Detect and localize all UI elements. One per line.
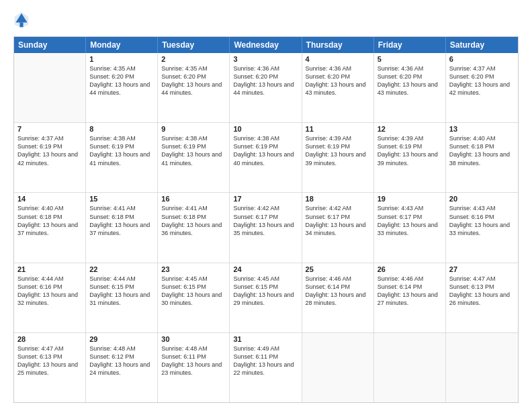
day-number: 7 xyxy=(17,125,82,133)
calendar: SundayMondayTuesdayWednesdayThursdayFrid… xyxy=(13,36,519,403)
table-row: 7Sunrise: 4:37 AMSunset: 6:19 PMDaylight… xyxy=(14,123,86,192)
table-row: 13Sunrise: 4:40 AMSunset: 6:18 PMDayligh… xyxy=(446,123,518,192)
table-row: 8Sunrise: 4:38 AMSunset: 6:19 PMDaylight… xyxy=(86,123,158,192)
table-row: 1Sunrise: 4:35 AMSunset: 6:20 PMDaylight… xyxy=(86,53,158,122)
table-row: 10Sunrise: 4:38 AMSunset: 6:19 PMDayligh… xyxy=(230,123,302,192)
header xyxy=(13,11,519,30)
day-number: 29 xyxy=(89,335,154,343)
table-row xyxy=(446,333,518,402)
cell-info: Sunrise: 4:48 AMSunset: 6:12 PMDaylight:… xyxy=(89,345,154,377)
table-row: 20Sunrise: 4:43 AMSunset: 6:16 PMDayligh… xyxy=(446,193,518,262)
day-number: 16 xyxy=(161,195,226,203)
day-number: 21 xyxy=(17,265,82,273)
table-row: 21Sunrise: 4:44 AMSunset: 6:16 PMDayligh… xyxy=(14,263,86,332)
day-number: 30 xyxy=(161,335,226,343)
table-row: 9Sunrise: 4:38 AMSunset: 6:19 PMDaylight… xyxy=(158,123,230,192)
table-row: 2Sunrise: 4:35 AMSunset: 6:20 PMDaylight… xyxy=(158,53,230,122)
cell-info: Sunrise: 4:43 AMSunset: 6:16 PMDaylight:… xyxy=(449,204,515,237)
cell-info: Sunrise: 4:42 AMSunset: 6:17 PMDaylight:… xyxy=(233,204,298,237)
cell-info: Sunrise: 4:48 AMSunset: 6:11 PMDaylight:… xyxy=(161,345,226,377)
day-number: 26 xyxy=(378,265,442,273)
day-number: 19 xyxy=(378,195,442,203)
table-row: 23Sunrise: 4:45 AMSunset: 6:15 PMDayligh… xyxy=(158,263,230,332)
day-number: 3 xyxy=(233,55,298,63)
day-number: 4 xyxy=(306,55,370,63)
day-number: 12 xyxy=(378,125,442,133)
table-row: 30Sunrise: 4:48 AMSunset: 6:11 PMDayligh… xyxy=(158,333,230,402)
table-row: 28Sunrise: 4:47 AMSunset: 6:13 PMDayligh… xyxy=(14,333,86,402)
cell-info: Sunrise: 4:46 AMSunset: 6:14 PMDaylight:… xyxy=(378,275,442,308)
calendar-week-3: 14Sunrise: 4:40 AMSunset: 6:18 PMDayligh… xyxy=(14,192,518,262)
table-row: 15Sunrise: 4:41 AMSunset: 6:18 PMDayligh… xyxy=(86,193,158,262)
cell-info: Sunrise: 4:37 AMSunset: 6:19 PMDaylight:… xyxy=(17,134,82,167)
table-row: 14Sunrise: 4:40 AMSunset: 6:18 PMDayligh… xyxy=(14,193,86,262)
header-day-monday: Monday xyxy=(86,37,158,53)
table-row xyxy=(14,53,86,122)
day-number: 13 xyxy=(449,125,515,133)
day-number: 15 xyxy=(89,195,154,203)
table-row: 3Sunrise: 4:36 AMSunset: 6:20 PMDaylight… xyxy=(230,53,302,122)
day-number: 24 xyxy=(233,265,298,273)
cell-info: Sunrise: 4:37 AMSunset: 6:20 PMDaylight:… xyxy=(449,64,515,97)
day-number: 25 xyxy=(306,265,370,273)
cell-info: Sunrise: 4:36 AMSunset: 6:20 PMDaylight:… xyxy=(233,64,298,97)
calendar-header: SundayMondayTuesdayWednesdayThursdayFrid… xyxy=(14,37,518,53)
cell-info: Sunrise: 4:45 AMSunset: 6:15 PMDaylight:… xyxy=(233,275,298,308)
table-row: 16Sunrise: 4:41 AMSunset: 6:18 PMDayligh… xyxy=(158,193,230,262)
cell-info: Sunrise: 4:49 AMSunset: 6:11 PMDaylight:… xyxy=(233,345,298,377)
table-row xyxy=(374,333,446,402)
table-row: 4Sunrise: 4:36 AMSunset: 6:20 PMDaylight… xyxy=(302,53,374,122)
cell-info: Sunrise: 4:46 AMSunset: 6:14 PMDaylight:… xyxy=(306,275,370,308)
day-number: 20 xyxy=(449,195,515,203)
cell-info: Sunrise: 4:43 AMSunset: 6:17 PMDaylight:… xyxy=(378,204,442,237)
table-row: 25Sunrise: 4:46 AMSunset: 6:14 PMDayligh… xyxy=(302,263,374,332)
calendar-week-2: 7Sunrise: 4:37 AMSunset: 6:19 PMDaylight… xyxy=(14,122,518,192)
day-number: 22 xyxy=(89,265,154,273)
table-row: 22Sunrise: 4:44 AMSunset: 6:15 PMDayligh… xyxy=(86,263,158,332)
day-number: 1 xyxy=(89,55,154,63)
calendar-body: 1Sunrise: 4:35 AMSunset: 6:20 PMDaylight… xyxy=(14,53,518,402)
header-day-saturday: Saturday xyxy=(446,37,518,53)
cell-info: Sunrise: 4:41 AMSunset: 6:18 PMDaylight:… xyxy=(161,204,226,237)
table-row: 19Sunrise: 4:43 AMSunset: 6:17 PMDayligh… xyxy=(374,193,446,262)
page: SundayMondayTuesdayWednesdayThursdayFrid… xyxy=(0,0,532,411)
day-number: 5 xyxy=(378,55,442,63)
calendar-week-4: 21Sunrise: 4:44 AMSunset: 6:16 PMDayligh… xyxy=(14,263,518,332)
table-row: 11Sunrise: 4:39 AMSunset: 6:19 PMDayligh… xyxy=(302,123,374,192)
cell-info: Sunrise: 4:40 AMSunset: 6:18 PMDaylight:… xyxy=(17,204,82,237)
header-day-thursday: Thursday xyxy=(302,37,374,53)
header-day-tuesday: Tuesday xyxy=(158,37,230,53)
table-row: 31Sunrise: 4:49 AMSunset: 6:11 PMDayligh… xyxy=(230,333,302,402)
table-row: 6Sunrise: 4:37 AMSunset: 6:20 PMDaylight… xyxy=(446,53,518,122)
cell-info: Sunrise: 4:40 AMSunset: 6:18 PMDaylight:… xyxy=(449,134,515,167)
day-number: 23 xyxy=(161,265,226,273)
table-row: 27Sunrise: 4:47 AMSunset: 6:13 PMDayligh… xyxy=(446,263,518,332)
day-number: 31 xyxy=(233,335,298,343)
day-number: 27 xyxy=(449,265,515,273)
calendar-week-5: 28Sunrise: 4:47 AMSunset: 6:13 PMDayligh… xyxy=(14,332,518,402)
day-number: 10 xyxy=(233,125,298,133)
cell-info: Sunrise: 4:38 AMSunset: 6:19 PMDaylight:… xyxy=(161,134,226,167)
cell-info: Sunrise: 4:36 AMSunset: 6:20 PMDaylight:… xyxy=(378,64,442,97)
day-number: 28 xyxy=(17,335,82,343)
logo-icon xyxy=(13,11,30,30)
day-number: 8 xyxy=(89,125,154,133)
table-row xyxy=(302,333,374,402)
table-row: 26Sunrise: 4:46 AMSunset: 6:14 PMDayligh… xyxy=(374,263,446,332)
table-row: 5Sunrise: 4:36 AMSunset: 6:20 PMDaylight… xyxy=(374,53,446,122)
cell-info: Sunrise: 4:39 AMSunset: 6:19 PMDaylight:… xyxy=(306,134,370,167)
day-number: 18 xyxy=(306,195,370,203)
table-row: 18Sunrise: 4:42 AMSunset: 6:17 PMDayligh… xyxy=(302,193,374,262)
cell-info: Sunrise: 4:35 AMSunset: 6:20 PMDaylight:… xyxy=(161,64,226,97)
cell-info: Sunrise: 4:47 AMSunset: 6:13 PMDaylight:… xyxy=(17,345,82,377)
day-number: 11 xyxy=(306,125,370,133)
table-row: 17Sunrise: 4:42 AMSunset: 6:17 PMDayligh… xyxy=(230,193,302,262)
logo xyxy=(13,11,32,30)
table-row: 29Sunrise: 4:48 AMSunset: 6:12 PMDayligh… xyxy=(86,333,158,402)
day-number: 17 xyxy=(233,195,298,203)
day-number: 2 xyxy=(161,55,226,63)
header-day-friday: Friday xyxy=(374,37,446,53)
cell-info: Sunrise: 4:36 AMSunset: 6:20 PMDaylight:… xyxy=(306,64,370,97)
cell-info: Sunrise: 4:45 AMSunset: 6:15 PMDaylight:… xyxy=(161,275,226,308)
cell-info: Sunrise: 4:47 AMSunset: 6:13 PMDaylight:… xyxy=(449,275,515,308)
